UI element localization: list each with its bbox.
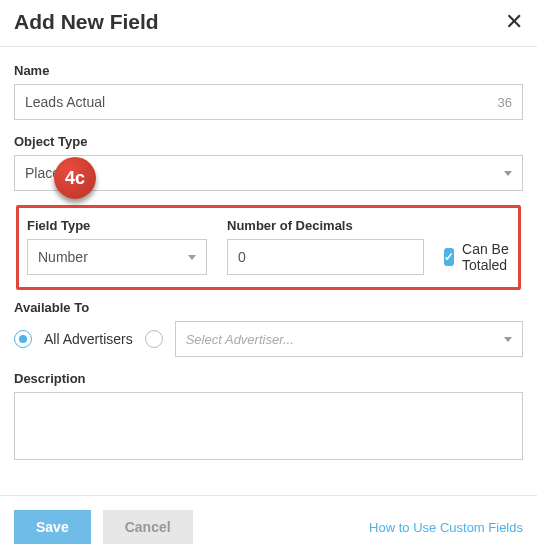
can-be-totaled-label: Can Be Totaled [462,241,515,273]
decimals-input[interactable] [238,249,413,265]
description-label: Description [14,371,523,386]
decimals-input-wrapper[interactable] [227,239,424,275]
all-advertisers-radio[interactable] [14,330,32,348]
name-input-wrapper[interactable]: 36 [14,84,523,120]
object-type-label: Object Type [14,134,523,149]
help-link[interactable]: How to Use Custom Fields [369,520,523,535]
name-label: Name [14,63,523,78]
all-advertisers-label: All Advertisers [44,331,133,347]
advertiser-select[interactable]: Select Advertiser... [175,321,523,357]
can-be-totaled-checkbox[interactable]: ✓ [444,248,454,266]
specific-advertiser-radio[interactable] [145,330,163,348]
decimals-label: Number of Decimals [227,218,424,233]
name-input[interactable] [25,94,498,110]
field-type-value: Number [38,249,88,265]
highlighted-section: Field Type Number Number of Decimals ✓ C… [16,205,521,290]
name-char-count: 36 [498,95,512,110]
chevron-down-icon [504,171,512,176]
dialog-title: Add New Field [14,10,159,34]
available-to-label: Available To [14,300,523,315]
field-type-select[interactable]: Number [27,239,207,275]
close-icon[interactable]: ✕ [505,11,523,33]
annotation-badge: 4c [54,157,96,199]
description-textarea[interactable] [14,392,523,460]
advertiser-placeholder: Select Advertiser... [186,332,294,347]
chevron-down-icon [504,337,512,342]
cancel-button[interactable]: Cancel [103,510,193,544]
check-icon: ✓ [444,250,454,264]
save-button[interactable]: Save [14,510,91,544]
chevron-down-icon [188,255,196,260]
field-type-label: Field Type [27,218,207,233]
